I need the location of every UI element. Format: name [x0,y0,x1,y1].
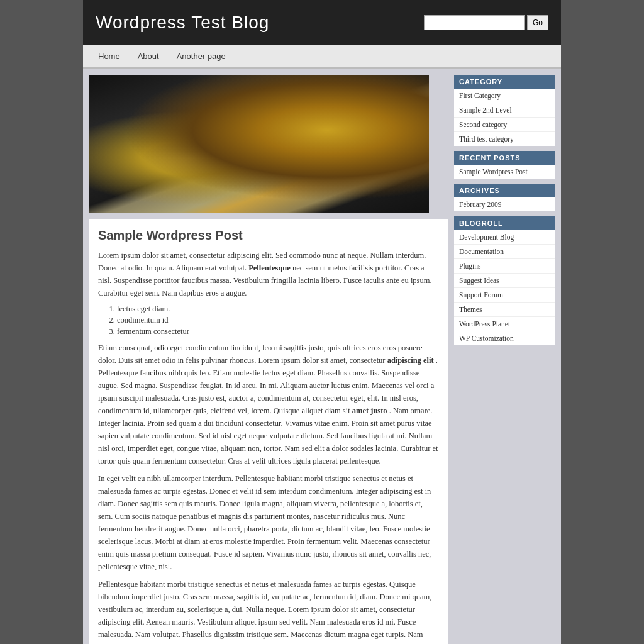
list-item-2: condimentum id [117,316,439,325]
recent-post-link-1[interactable]: Sample Wordpress Post [454,165,555,179]
post-title: Sample Wordpress Post [98,228,439,243]
post-bold-3: amet justo [352,406,387,415]
nav-link-another[interactable]: Another page [168,45,235,67]
category-link-3[interactable]: Second category [454,118,555,132]
main: Sample Wordpress Post Lorem ipsum dolor … [89,75,448,644]
blogroll-link-3[interactable]: Plugins [454,259,555,274]
category-link-4[interactable]: Third test category [454,132,555,146]
blogroll-link-4[interactable]: Suggest Ideas [454,274,555,288]
post-para-2-text: Etiam consequat, odio eget condimentum t… [98,343,423,365]
hero-image-placeholder [89,75,429,213]
search-input[interactable] [424,15,525,30]
wrapper: Wordpress Test Blog Go Home About Anothe… [83,0,561,644]
widget-blogroll-title: BLOGROLL [454,216,555,230]
post: Sample Wordpress Post Lorem ipsum dolor … [89,219,448,644]
site-title: Wordpress Test Blog [96,13,269,33]
widget-category: CATEGORY First Category Sample 2nd Level… [454,75,555,146]
blogroll-link-6[interactable]: Themes [454,303,555,317]
widget-blogroll-content: Development Blog Documentation Plugins S… [454,230,555,345]
widget-recent-posts-title: RECENT POSTS [454,151,555,165]
blogroll-link-5[interactable]: Support Forum [454,288,555,303]
nav-list: Home About Another page [89,45,555,67]
post-para-4: Pellentesque habitant morbi tristique se… [98,578,439,644]
post-bold-1: Pellentesque [248,264,291,272]
content-wrap: Sample Wordpress Post Lorem ipsum dolor … [83,69,561,644]
widget-archives: ARCHIVES February 2009 [454,184,555,211]
post-para-3: In eget velit eu nibh ullamcorper interd… [98,472,439,573]
post-para-1: Lorem ipsum dolor sit amet, consectetur … [98,249,439,299]
category-link-1[interactable]: First Category [454,89,555,103]
nav-link-about[interactable]: About [129,45,168,67]
post-content: Lorem ipsum dolor sit amet, consectetur … [98,249,439,644]
widget-recent-posts: RECENT POSTS Sample Wordpress Post [454,151,555,179]
post-bold-2: adipiscing elit [387,356,434,365]
widget-recent-posts-content: Sample Wordpress Post [454,165,555,179]
nav-link-home[interactable]: Home [89,45,129,67]
post-list: lectus eget diam. condimentum id ferment… [117,304,439,336]
nav-item-home: Home [89,45,129,67]
nav-item-another: Another page [168,45,235,67]
post-para-2: Etiam consequat, odio eget condimentum t… [98,341,439,467]
category-link-2[interactable]: Sample 2nd Level [454,103,555,118]
nav: Home About Another page [83,45,561,69]
sidebar: CATEGORY First Category Sample 2nd Level… [454,75,555,644]
search-form: Go [424,15,548,30]
blogroll-link-7[interactable]: WordPress Planet [454,317,555,331]
widget-archives-title: ARCHIVES [454,184,555,197]
widget-blogroll: BLOGROLL Development Blog Documentation … [454,216,555,345]
blogroll-link-2[interactable]: Documentation [454,245,555,259]
widget-archives-content: February 2009 [454,197,555,211]
hero-image [89,75,448,213]
header: Wordpress Test Blog Go [83,0,561,45]
widget-category-content: First Category Sample 2nd Level Second c… [454,89,555,146]
list-item-3: fermentum consectetur [117,327,439,336]
widget-category-title: CATEGORY [454,75,555,89]
archive-link-1[interactable]: February 2009 [454,197,555,211]
nav-item-about: About [129,45,168,67]
search-button[interactable]: Go [527,15,548,30]
blogroll-link-8[interactable]: WP Customization [454,331,555,345]
wallet-image [89,75,429,213]
list-item-1: lectus eget diam. [117,304,439,314]
post-para-2c: . Nam ornare. Integer lacinia. Proin sed… [98,406,438,465]
blogroll-link-1[interactable]: Development Blog [454,230,555,245]
